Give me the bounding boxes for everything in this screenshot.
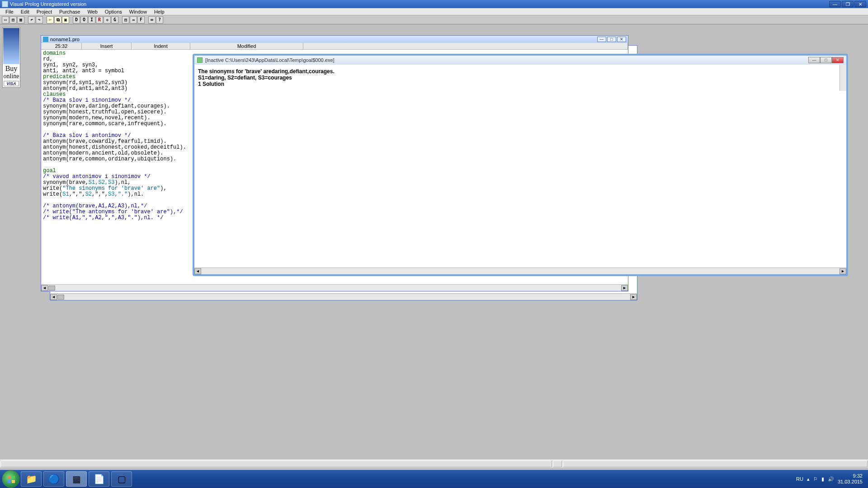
cursor-pos: 25:32 [41,43,82,49]
tb-grid-icon[interactable]: ▤ [122,16,129,23]
output-text[interactable]: The sinonyms for 'brave' aredaring,defia… [194,65,846,91]
app-icon [2,1,8,7]
scroll-thumb[interactable] [48,286,55,291]
tb-open-icon[interactable]: ▤ [9,16,17,23]
tb-new-icon[interactable]: ▭ [2,16,9,23]
editor-maximize-button[interactable]: □ [607,37,616,42]
taskbar-app[interactable]: ▢ [111,471,132,487]
tb-undo-icon[interactable]: ↶ [28,16,35,23]
buy-online-ad[interactable]: Buy online VISA [2,27,20,88]
tray-chevron-icon[interactable]: ▴ [807,476,810,482]
toolbar: ▭ ▤ ▦ ↶ ↷ ✄ ⧉ ▣ D O I R ✲ G ▤ ↔ F ∞ ? [0,15,868,24]
system-tray: RU ▴ ⚐ ▮ 🔊 9:32 31.03.2015 [796,473,866,485]
menu-help[interactable]: Help [151,9,168,15]
file-icon [43,37,48,42]
taskbar-prolog[interactable]: ▦ [66,471,87,487]
taskbar-word[interactable]: 📄 [89,471,109,487]
editor-minimize-button[interactable]: — [597,37,606,42]
app-title: Visual Prolog Unregistered version [10,1,86,7]
output-hscroll[interactable]: ◄ ► [194,267,846,274]
tb-save-icon[interactable]: ▦ [17,16,24,23]
tb-g-button[interactable]: G [111,16,118,23]
scroll-left-icon[interactable]: ◄ [41,285,48,291]
editor-filename: noname1.pro [50,37,80,42]
indent-mode: Indent [132,43,190,49]
output-vscroll[interactable] [840,65,846,91]
editor-hscroll[interactable]: ◄ ► [41,284,628,291]
menubar: File Edit Project Purchase Web Options W… [0,8,868,15]
menu-window[interactable]: Window [126,9,151,15]
menu-file[interactable]: File [2,9,17,15]
scroll-thumb[interactable] [57,295,64,300]
tray-network-icon[interactable]: ▮ [821,476,824,482]
tray-volume-icon[interactable]: 🔊 [828,476,834,482]
tb-o-button[interactable]: O [80,16,88,23]
output-maximize-button[interactable]: □ [820,57,832,63]
tb-r-button[interactable]: R [96,16,103,23]
editor-titlebar[interactable]: noname1.pro — □ ✕ [41,36,628,43]
tb-redo-icon[interactable]: ↷ [36,16,43,23]
output-line: S1=daring, S2=defiant, S3=courages [198,75,843,81]
output-line: The sinonyms for 'brave' aredaring,defia… [198,68,843,75]
output-line: 1 Solution [198,81,843,87]
menu-options[interactable]: Options [101,9,126,15]
exe-icon [197,57,203,63]
taskbar-chrome[interactable]: 🔵 [43,471,64,487]
tb-help-icon[interactable]: ? [156,16,163,23]
maximize-button[interactable]: ❐ [842,1,854,7]
rocket-icon [3,28,19,64]
tb-i-button[interactable]: I [88,16,95,23]
tb-arrow-icon[interactable]: ↔ [130,16,137,23]
output-window: [Inactive C:\Users\243\AppData\Local\Tem… [193,54,848,276]
scroll-right-icon[interactable]: ► [840,268,846,274]
insert-mode: Insert [82,43,132,49]
tb-link-icon[interactable]: ∞ [148,16,156,23]
editor-statusbar: 25:32 Insert Indent Modified [41,43,628,50]
menu-web[interactable]: Web [84,9,101,15]
editor-close-button[interactable]: ✕ [617,37,626,42]
tb-copy-icon[interactable]: ⧉ [54,16,61,23]
ad-online: online [3,73,20,80]
scroll-right-icon[interactable]: ► [630,294,637,300]
scroll-left-icon[interactable]: ◄ [194,268,201,274]
start-button[interactable] [2,470,20,488]
tb-paste-icon[interactable]: ▣ [62,16,69,23]
tb-cut-icon[interactable]: ✄ [47,16,54,23]
tray-flag-icon[interactable]: ⚐ [813,476,818,482]
main-statusbar [0,460,868,468]
output-titlebar[interactable]: [Inactive C:\Users\243\AppData\Local\Tem… [194,56,846,65]
tb-f-button[interactable]: F [137,16,145,23]
app-titlebar: Visual Prolog Unregistered version — ❐ ✕ [0,0,868,8]
taskbar: 📁 🔵 ▦ 📄 ▢ RU ▴ ⚐ ▮ 🔊 9:32 31.03.2015 [0,470,868,488]
menu-edit[interactable]: Edit [17,9,33,15]
modified-flag: Modified [190,43,303,49]
scroll-right-icon[interactable]: ► [621,285,628,291]
close-button[interactable]: ✕ [854,1,866,7]
output-title-text: [Inactive C:\Users\243\AppData\Local\Tem… [205,57,335,63]
output-close-button[interactable]: ✕ [832,57,844,63]
menu-project[interactable]: Project [33,9,56,15]
scroll-left-icon[interactable]: ◄ [50,294,57,300]
window-controls: — ❐ ✕ [829,1,866,7]
menu-purchase[interactable]: Purchase [56,9,84,15]
minimize-button[interactable]: — [829,1,841,7]
visa-icon: VISA [4,81,19,86]
tray-lang[interactable]: RU [796,476,803,482]
ad-buy: Buy [3,65,20,73]
taskbar-explorer[interactable]: 📁 [21,471,42,487]
back-hscroll[interactable]: ◄ ► [50,293,637,300]
output-minimize-button[interactable]: — [808,57,820,63]
tb-d-button[interactable]: D [73,16,80,23]
tray-clock[interactable]: 9:32 31.03.2015 [838,473,863,485]
tb-gear-icon[interactable]: ✲ [104,16,111,23]
